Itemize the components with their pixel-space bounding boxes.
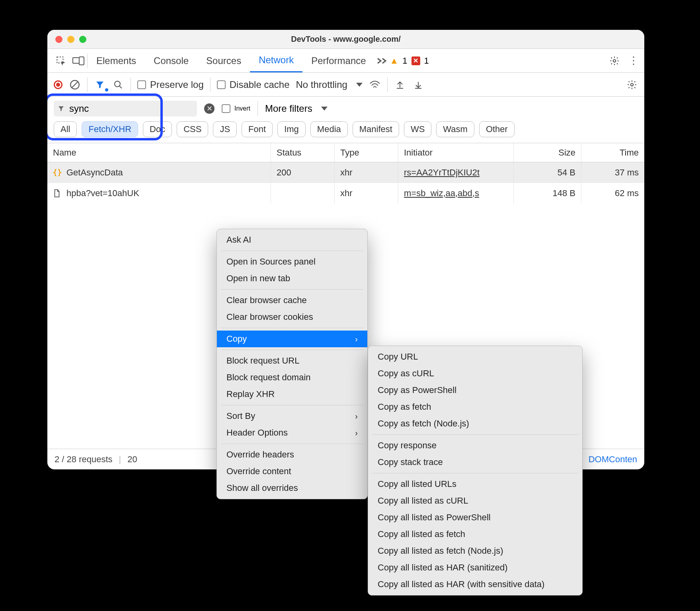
device-toolbar-icon[interactable] [70, 52, 87, 70]
network-toolbar: Preserve log Disable cache No throttling [47, 73, 644, 97]
submenu-copy-url[interactable]: Copy URL [368, 348, 582, 365]
request-initiator[interactable]: rs=AA2YrTtDjKIU2t [404, 167, 480, 178]
copy-submenu[interactable]: Copy URL Copy as cURL Copy as PowerShell… [368, 346, 583, 595]
error-icon[interactable]: ✕ [411, 56, 420, 65]
menu-override-headers[interactable]: Override headers [217, 446, 367, 463]
col-size[interactable]: Size [514, 143, 581, 162]
error-count: 1 [424, 56, 429, 66]
tab-console[interactable]: Console [145, 49, 197, 72]
clear-filter-icon[interactable]: ✕ [204, 103, 214, 114]
chip-js[interactable]: JS [213, 121, 237, 137]
chip-img[interactable]: Img [277, 121, 306, 137]
submenu-copy-fetch-node[interactable]: Copy as fetch (Node.js) [368, 415, 582, 432]
menu-open-sources[interactable]: Open in Sources panel [217, 253, 367, 270]
menu-override-content[interactable]: Override content [217, 463, 367, 480]
download-har-icon[interactable] [412, 79, 424, 91]
filter-bar: ✕ Invert More filters All Fetch/XHR Doc … [47, 97, 644, 143]
menu-header-options[interactable]: Header Options› [217, 424, 367, 441]
clear-button[interactable] [69, 79, 81, 91]
menu-show-overrides[interactable]: Show all overrides [217, 480, 367, 496]
menu-ask-ai[interactable]: Ask AI [217, 232, 367, 248]
menu-open-new-tab[interactable]: Open in new tab [217, 270, 367, 287]
filter-input-container [54, 101, 197, 117]
chip-wasm[interactable]: Wasm [436, 121, 474, 137]
tab-network[interactable]: Network [250, 49, 302, 72]
domcontentloaded-link[interactable]: DOMConten [589, 454, 637, 465]
submenu-copy-curl[interactable]: Copy as cURL [368, 365, 582, 382]
col-time[interactable]: Time [581, 143, 644, 162]
window-minimize-icon[interactable] [67, 36, 74, 43]
window-zoom-icon[interactable] [79, 36, 86, 43]
request-name: GetAsyncData [66, 167, 123, 178]
chip-all[interactable]: All [54, 121, 77, 137]
menu-block-domain[interactable]: Block request domain [217, 369, 367, 386]
chip-css[interactable]: CSS [177, 121, 208, 137]
disable-cache-checkbox[interactable]: Disable cache [217, 79, 290, 90]
request-name: hpba?vet=10ahUK [66, 188, 139, 198]
type-filter-chips: All Fetch/XHR Doc CSS JS Font Img Media … [54, 121, 638, 137]
tab-elements[interactable]: Elements [88, 49, 145, 72]
menu-clear-cache[interactable]: Clear browser cache [217, 292, 367, 309]
tab-performance[interactable]: Performance [302, 49, 374, 72]
chevron-right-icon: › [355, 412, 358, 421]
request-size: 54 B [558, 167, 575, 178]
table-row[interactable]: hpba?vet=10ahUK xhr m=sb_wiz,aa,abd,s 14… [47, 183, 644, 204]
menu-replay-xhr[interactable]: Replay XHR [217, 386, 367, 403]
submenu-copy-all-har-sensitive[interactable]: Copy all listed as HAR (with sensitive d… [368, 576, 582, 593]
request-time: 62 ms [615, 188, 639, 198]
col-status[interactable]: Status [271, 143, 335, 162]
document-icon [53, 189, 62, 198]
context-menu[interactable]: Ask AI Open in Sources panel Open in new… [216, 229, 368, 499]
filter-input[interactable] [69, 103, 188, 114]
filter-toggle-icon[interactable] [94, 79, 106, 91]
col-type[interactable]: Type [335, 143, 398, 162]
col-initiator[interactable]: Initiator [398, 143, 514, 162]
submenu-copy-all-fetch-node[interactable]: Copy all listed as fetch (Node.js) [368, 543, 582, 559]
chip-media[interactable]: Media [310, 121, 348, 137]
submenu-copy-stack[interactable]: Copy stack trace [368, 454, 582, 471]
menu-copy[interactable]: Copy› [217, 331, 367, 347]
transferred-partial: 20 [127, 454, 137, 465]
chip-ws[interactable]: WS [404, 121, 431, 137]
submenu-copy-all-curl[interactable]: Copy all listed as cURL [368, 492, 582, 509]
network-settings-icon[interactable] [626, 79, 638, 91]
warning-icon[interactable]: ▲ [390, 56, 399, 66]
submenu-copy-fetch[interactable]: Copy as fetch [368, 399, 582, 415]
submenu-copy-all-har-sanitized[interactable]: Copy all listed as HAR (sanitized) [368, 559, 582, 576]
throttling-select[interactable]: No throttling [296, 79, 362, 90]
submenu-copy-response[interactable]: Copy response [368, 437, 582, 454]
kebab-menu-icon[interactable]: ⋮ [628, 55, 640, 67]
tab-sources[interactable]: Sources [197, 49, 250, 72]
menu-sort-by[interactable]: Sort By› [217, 408, 367, 424]
invert-label: Invert [234, 105, 250, 112]
preserve-log-checkbox[interactable]: Preserve log [137, 79, 204, 90]
submenu-copy-all-ps[interactable]: Copy all listed as PowerShell [368, 509, 582, 526]
more-tabs-icon[interactable] [376, 57, 388, 64]
chip-manifest[interactable]: Manifest [353, 121, 399, 137]
more-filters-button[interactable]: More filters [265, 103, 328, 114]
network-conditions-icon[interactable] [369, 79, 381, 91]
chip-font[interactable]: Font [242, 121, 273, 137]
submenu-copy-powershell[interactable]: Copy as PowerShell [368, 382, 582, 399]
record-button[interactable] [54, 80, 62, 89]
request-initiator[interactable]: m=sb_wiz,aa,abd,s [404, 188, 479, 198]
menu-clear-cookies[interactable]: Clear browser cookies [217, 309, 367, 325]
svg-line-5 [72, 82, 78, 88]
submenu-copy-all-urls[interactable]: Copy all listed URLs [368, 476, 582, 492]
submenu-copy-all-fetch[interactable]: Copy all listed as fetch [368, 526, 582, 543]
settings-icon[interactable] [608, 55, 620, 67]
search-icon[interactable] [112, 79, 124, 91]
menu-block-url[interactable]: Block request URL [217, 352, 367, 369]
preserve-log-label: Preserve log [150, 79, 204, 90]
chip-fetch-xhr[interactable]: Fetch/XHR [82, 121, 138, 137]
table-row[interactable]: GetAsyncData 200 xhr rs=AA2YrTtDjKIU2t 5… [47, 162, 644, 183]
upload-har-icon[interactable] [394, 79, 406, 91]
chip-doc[interactable]: Doc [143, 121, 172, 137]
invert-checkbox[interactable]: Invert [222, 104, 250, 113]
svg-point-10 [631, 83, 634, 86]
inspect-element-icon[interactable] [52, 52, 70, 70]
col-name[interactable]: Name [47, 143, 271, 162]
window-close-icon[interactable] [55, 36, 62, 43]
chip-other[interactable]: Other [479, 121, 515, 137]
svg-point-3 [613, 59, 616, 62]
